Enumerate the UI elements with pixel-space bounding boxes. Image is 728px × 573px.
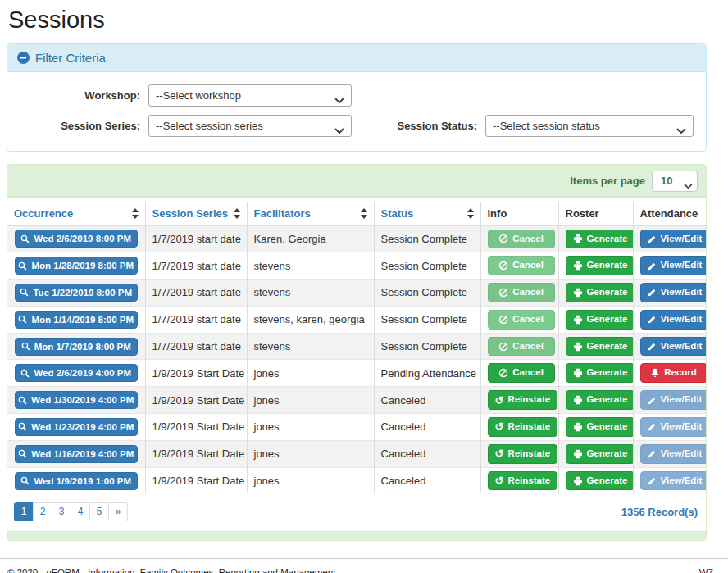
minus-circle-icon[interactable] [17, 52, 30, 64]
button-label: View/Edit [661, 287, 703, 298]
column-header-session-series[interactable]: Session Series [145, 202, 247, 225]
occurrence-button[interactable]: Wed 1/30/2019 4:00 PM [15, 391, 138, 409]
table-row: Wed 1/23/2019 4:00 PM1/9/2019 Start Date… [7, 414, 706, 441]
sort-icon[interactable] [361, 208, 367, 219]
page-button-4[interactable]: 4 [71, 502, 90, 521]
status-cell: Canceled [374, 387, 480, 414]
attendance-cell: View/Edit [633, 225, 706, 252]
printer-icon [573, 422, 583, 432]
view-edit-button[interactable]: View/Edit [640, 283, 707, 302]
filter-body: Workshop: --Select workshop Session Seri… [7, 72, 706, 151]
reinstate-button[interactable]: ↺Reinstate [488, 417, 558, 437]
occurrence-label: Wed 2/6/2019 4:00 PM [34, 368, 131, 378]
session-series-cell: 1/7/2019 start date [145, 280, 247, 307]
search-icon [18, 315, 27, 324]
status-cell: Session Complete [374, 252, 480, 280]
filter-criteria-header[interactable]: Filter Criteria [7, 44, 706, 72]
page-button-1[interactable]: 1 [14, 502, 34, 521]
status-cell: Session Complete [374, 306, 480, 333]
search-icon [18, 449, 27, 458]
pencil-icon [648, 449, 657, 458]
version-label: W7 [699, 567, 713, 573]
sort-icon[interactable] [234, 208, 240, 219]
generate-button[interactable]: Generate [566, 230, 634, 249]
sessions-table: OccurrenceSession SeriesFacilitatorsStat… [7, 202, 706, 493]
generate-button[interactable]: Generate [566, 363, 634, 383]
session-status-select[interactable]: --Select session status [485, 115, 694, 137]
page-button-5[interactable]: 5 [89, 502, 109, 521]
workshop-select[interactable]: --Select workshop [148, 84, 352, 107]
reinstate-icon: ↺ [495, 475, 504, 486]
reinstate-icon: ↺ [495, 395, 504, 406]
column-header-facilitators[interactable]: Facilitators [247, 202, 374, 225]
generate-button[interactable]: Generate [566, 471, 634, 491]
button-label: Cancel [512, 260, 544, 271]
occurrence-button[interactable]: Wed 1/9/2019 1:00 PM [15, 472, 138, 490]
button-label: Generate [587, 314, 628, 325]
next-page-button[interactable]: » [108, 502, 128, 521]
generate-button[interactable]: Generate [566, 337, 634, 357]
view-edit-button[interactable]: View/Edit [640, 310, 707, 330]
occurrence-cell: Mon 1/28/2019 8:00 PM [7, 252, 145, 280]
occurrence-button[interactable]: Wed 2/6/2019 8:00 PM [15, 230, 138, 248]
facilitators-cell: jones [247, 414, 374, 441]
pencil-icon [648, 476, 657, 485]
generate-button[interactable]: Generate [566, 310, 634, 330]
cancel-button: Cancel [488, 256, 555, 275]
search-icon [21, 342, 30, 351]
page-button-3[interactable]: 3 [52, 502, 71, 521]
sort-icon[interactable] [467, 208, 474, 219]
cancel-button[interactable]: Cancel [488, 363, 555, 383]
occurrence-label: Mon 1/7/2019 8:00 PM [34, 342, 131, 352]
reinstate-button[interactable]: ↺Reinstate [488, 444, 558, 464]
occurrence-button[interactable]: Wed 1/23/2019 4:00 PM [15, 418, 138, 436]
bell-icon [650, 368, 660, 378]
column-header-status[interactable]: Status [374, 202, 480, 225]
button-label: Reinstate [507, 394, 550, 406]
items-per-page-select[interactable]: 10 [652, 171, 698, 192]
reinstate-icon: ↺ [495, 421, 504, 432]
view-edit-button[interactable]: View/Edit [640, 256, 707, 275]
generate-button[interactable]: Generate [566, 256, 634, 275]
button-label: View/Edit [661, 260, 703, 271]
attendance-cell: View/Edit [633, 333, 706, 360]
occurrence-button[interactable]: Mon 1/14/2019 8:00 PM [15, 311, 138, 329]
facilitators-cell: jones [247, 387, 374, 414]
view-edit-button: View/Edit [640, 471, 707, 491]
record-button[interactable]: Record [640, 363, 707, 383]
occurrence-button[interactable]: Wed 1/16/2019 4:00 PM [15, 445, 138, 463]
generate-button[interactable]: Generate [566, 444, 634, 464]
search-icon [20, 476, 30, 485]
occurrence-button[interactable]: Mon 1/28/2019 8:00 PM [15, 257, 138, 275]
items-per-page-label: Items per page [570, 175, 645, 187]
search-icon [20, 288, 29, 297]
status-cell: Canceled [374, 467, 480, 493]
generate-button[interactable]: Generate [566, 283, 634, 302]
attendance-cell: Record [633, 360, 706, 387]
column-header-occurrence[interactable]: Occurrence [7, 202, 145, 225]
printer-icon [573, 234, 583, 243]
attendance-cell: View/Edit [633, 467, 706, 493]
session-series-cell: 1/9/2019 Start Date [145, 360, 247, 387]
table-row: Mon 1/28/2019 8:00 PM1/7/2019 start date… [7, 252, 706, 280]
reinstate-button[interactable]: ↺Reinstate [488, 390, 558, 410]
button-label: Generate [587, 367, 628, 379]
page-button-2[interactable]: 2 [33, 502, 52, 521]
button-label: Cancel [512, 341, 544, 352]
cancel-icon [498, 261, 508, 271]
status-cell: Pending Attendance [374, 360, 480, 387]
view-edit-button[interactable]: View/Edit [640, 337, 707, 357]
occurrence-button[interactable]: Wed 2/6/2019 4:00 PM [15, 364, 138, 382]
occurrence-button[interactable]: Tue 1/22/2019 8:00 PM [15, 284, 138, 302]
view-edit-button[interactable]: View/Edit [640, 230, 707, 249]
reinstate-button[interactable]: ↺Reinstate [488, 471, 558, 491]
occurrence-cell: Wed 1/9/2019 1:00 PM [7, 467, 145, 493]
column-label: Status [381, 207, 414, 220]
printer-icon [573, 476, 583, 486]
sort-icon[interactable] [132, 208, 139, 219]
generate-button[interactable]: Generate [566, 417, 634, 437]
session-series-select[interactable]: --Select session series [148, 115, 352, 137]
generate-button[interactable]: Generate [566, 390, 634, 410]
facilitators-cell: jones [247, 440, 374, 467]
occurrence-button[interactable]: Mon 1/7/2019 8:00 PM [15, 338, 138, 356]
